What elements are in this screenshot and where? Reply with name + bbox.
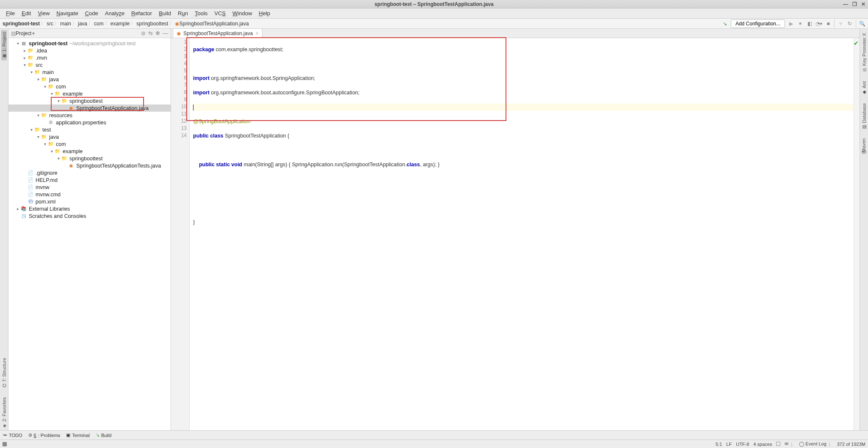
scratches-icon: ◳	[20, 213, 27, 220]
tree-gitignore[interactable]: 📄.gitignore	[8, 169, 171, 176]
menu-view[interactable]: View	[34, 9, 53, 17]
tree-extlib[interactable]: ▸📚External Libraries	[8, 205, 171, 212]
crumb-root[interactable]: springboot-test	[3, 21, 40, 27]
close-tab-icon[interactable]: ×	[255, 30, 259, 37]
select-opened-icon[interactable]: ⊚	[141, 30, 146, 36]
toolwindow-ant[interactable]: ◆ Ant	[861, 80, 867, 97]
tree-test-java[interactable]: ▾📁java	[8, 133, 171, 140]
tree-test-springboottest[interactable]: ▾📁springboottest	[8, 155, 171, 162]
java-class-icon: ◉	[68, 162, 75, 169]
tree-root[interactable]: ▾▦springboot-test~/workspace/springboot-…	[8, 40, 171, 47]
notification-icon[interactable]: ✉	[785, 441, 788, 447]
menu-tools[interactable]: Tools	[191, 9, 211, 17]
toolwindow-maven[interactable]: ⓜ Maven	[861, 137, 867, 160]
minimize-button[interactable]: —	[843, 1, 848, 7]
crumb-com[interactable]: com	[94, 21, 104, 27]
crumb-example[interactable]: example	[111, 21, 130, 27]
menu-window[interactable]: Window	[229, 9, 255, 17]
tree-appfile[interactable]: ◉SpringbootTestApplication.java	[8, 104, 171, 112]
add-configuration-button[interactable]: Add Configuration...	[731, 19, 785, 28]
update-icon[interactable]: ↻	[846, 20, 853, 27]
run-icon[interactable]: ▶	[788, 20, 794, 27]
toolwindow-build[interactable]: ↘ Build	[96, 432, 111, 438]
coverage-icon[interactable]: ◧	[806, 20, 813, 27]
tree-test-example[interactable]: ▾📁example	[8, 148, 171, 155]
toolwindow-todo[interactable]: ≔ TODO	[3, 432, 22, 438]
crumb-src[interactable]: src	[47, 21, 53, 27]
tree-springboottest[interactable]: ▾📁springboottest	[8, 97, 171, 104]
line-gutter[interactable]: 1 2 3 4 5 6 7 8 9 10 11 12 13 14	[171, 38, 190, 430]
hide-icon[interactable]: —	[163, 30, 168, 36]
menu-analyze[interactable]: Analyze	[102, 9, 128, 17]
crumb-file[interactable]: SpringbootTestApplication.java	[179, 21, 249, 27]
tree-mvnw[interactable]: 📄mvnw	[8, 184, 171, 191]
tree-mvnwcmd[interactable]: 📄mvnw.cmd	[8, 191, 171, 198]
toolwindow-favorites[interactable]: ★ 2: Favorites	[1, 396, 7, 430]
maximize-button[interactable]: ❐	[852, 1, 857, 7]
file-encoding[interactable]: UTF-8	[736, 442, 749, 447]
tree-helpmd[interactable]: 📄HELP.md	[8, 176, 171, 184]
project-tree[interactable]: ▾▦springboot-test~/workspace/springboot-…	[8, 38, 171, 430]
menu-help[interactable]: Help	[255, 9, 274, 17]
profile-icon[interactable]: ◔▾	[815, 20, 822, 27]
editor-area: ◉ SpringbootTestApplication.java × 1 2 3…	[171, 29, 860, 430]
crumb-springboottest[interactable]: springboottest	[136, 21, 168, 27]
tree-appprops[interactable]: ⚙application.properties	[8, 119, 171, 126]
indent-settings[interactable]: 4 spaces	[753, 442, 772, 447]
crumb-java[interactable]: java	[78, 21, 87, 27]
event-log-button[interactable]: ◯ Event Log	[799, 441, 827, 447]
toolwindow-project[interactable]: ▣ 1: Project	[1, 30, 7, 60]
tree-main[interactable]: ▾📁main	[8, 69, 171, 76]
close-button[interactable]: ✕	[861, 1, 865, 7]
java-class-icon: ◉	[177, 30, 181, 36]
toolwindows-icon[interactable]	[3, 442, 7, 446]
folder-icon: 📁	[34, 69, 41, 76]
project-panel: ▤ Project ▾ ⊚ ⇆ ✻ — ▾▦springboot-test~/w…	[8, 29, 171, 430]
gear-icon[interactable]: ✻	[155, 30, 160, 36]
file-icon: 📄	[27, 170, 34, 176]
project-panel-header: ▤ Project ▾ ⊚ ⇆ ✻ —	[8, 29, 171, 38]
tree-idea[interactable]: ▸📁.idea	[8, 47, 171, 54]
tree-java[interactable]: ▾📁java	[8, 76, 171, 83]
menu-edit[interactable]: Edit	[18, 9, 34, 17]
menu-file[interactable]: File	[3, 9, 18, 17]
menu-navigate[interactable]: Navigate	[53, 9, 81, 17]
toolwindow-database[interactable]: ▤ Database	[861, 102, 867, 132]
tree-resources[interactable]: ▾📁resources	[8, 112, 171, 119]
tree-com[interactable]: ▾📁com	[8, 83, 171, 90]
toolwindow-structure[interactable]: ⌬ 7: Structure	[1, 356, 7, 389]
tree-example[interactable]: ▾📁example	[8, 90, 171, 97]
menu-build[interactable]: Build	[155, 9, 174, 17]
caret-position[interactable]: 5:1	[716, 442, 722, 447]
readonly-toggle[interactable]	[776, 442, 780, 447]
editor-error-stripe[interactable]: ✔	[854, 38, 860, 430]
stop-icon[interactable]: ■	[825, 20, 832, 27]
toolwindow-terminal[interactable]: ▣ Terminal	[66, 432, 90, 438]
tree-src[interactable]: ▾📁src	[8, 61, 171, 69]
menu-refactor[interactable]: Refactor	[128, 9, 155, 17]
expand-all-icon[interactable]: ⇆	[148, 30, 153, 36]
menu-run[interactable]: Run	[174, 9, 191, 17]
package-icon: 📁	[61, 98, 68, 104]
search-icon[interactable]: 🔍	[859, 20, 865, 27]
memory-indicator[interactable]: 372 of 1923M	[837, 442, 865, 447]
tree-test-com[interactable]: ▾📁com	[8, 140, 171, 148]
crumb-main[interactable]: main	[60, 21, 71, 27]
line-separator[interactable]: LF	[726, 442, 732, 447]
menu-code[interactable]: Code	[82, 9, 102, 17]
project-view-dropdown-icon[interactable]: ▾	[32, 30, 35, 36]
tree-test[interactable]: ▾📁test	[8, 126, 171, 133]
project-title[interactable]: Project	[16, 30, 31, 36]
debug-icon[interactable]: ✶	[797, 20, 804, 27]
tree-pom[interactable]: ⓜpom.xml	[8, 198, 171, 205]
toolwindow-problems[interactable]: ⊘ 6: 6: ProblemsProblems	[28, 432, 61, 438]
tree-testsfile[interactable]: ◉SpringbootTestApplicationTests.java	[8, 162, 171, 169]
tree-scratches[interactable]: ◳Scratches and Consoles	[8, 212, 171, 220]
editor-tab-active[interactable]: ◉ SpringbootTestApplication.java ×	[173, 28, 263, 38]
tree-mvn[interactable]: ▸📁.mvn	[8, 54, 171, 61]
git-icon[interactable]: ⑂	[837, 20, 844, 27]
code-editor[interactable]: package com.example.springboottest; impo…	[190, 38, 854, 430]
menu-vcs[interactable]: VCS	[211, 9, 229, 17]
toolwindow-keypromoter[interactable]: ◎ Key Promoter X	[861, 31, 867, 74]
hammer-icon[interactable]: ↘	[721, 20, 728, 27]
